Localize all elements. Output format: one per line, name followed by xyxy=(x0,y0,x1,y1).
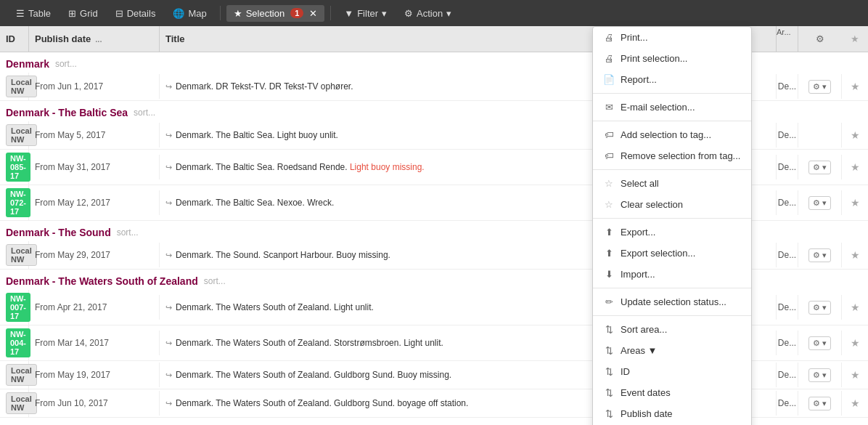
row-star-icon[interactable]: ★ xyxy=(851,161,860,173)
grid-view-btn[interactable]: ⊞ Grid xyxy=(61,5,105,22)
cell-star[interactable]: ★ xyxy=(842,74,868,99)
row-gear-btn[interactable]: ⚙ ▾ xyxy=(808,397,831,410)
menu-item-event-dates[interactable]: ⇅ Event dates xyxy=(593,382,751,403)
menu-item-areas[interactable]: ⇅ Areas ▼ xyxy=(593,340,751,361)
main-content: ID Publish date ... Title Ar... ⚙ ★ Denm… xyxy=(0,26,868,425)
row-gear-btn[interactable]: ⚙ ▾ xyxy=(808,80,831,94)
cell-gear[interactable]: ⚙ ▾ xyxy=(798,74,842,99)
menu-item-clear-selection[interactable]: ☆ Clear selection xyxy=(593,194,751,215)
cell-id: NW-085-17 xyxy=(0,150,29,185)
menu-item-id[interactable]: ⇅ ID xyxy=(593,361,751,382)
row-star-icon[interactable]: ★ xyxy=(851,337,860,349)
cell-star[interactable]: ★ xyxy=(842,295,868,320)
selection-btn[interactable]: ★ Selection 1 ✕ xyxy=(226,5,325,22)
cell-gear[interactable]: ⚙ ▾ xyxy=(798,391,842,416)
badge-nw085: NW-085-17 xyxy=(6,153,30,182)
group-sort-sound[interactable]: sort... xyxy=(117,227,139,238)
badge-nw072: NW-072-17 xyxy=(6,188,30,217)
cell-id: Local NW xyxy=(0,389,29,417)
group-title-denmark[interactable]: Denmark xyxy=(6,58,49,70)
menu-item-report[interactable]: 📄 Report... xyxy=(593,69,751,90)
cell-gear[interactable]: ⚙ ▾ xyxy=(798,295,842,320)
group-title-sound[interactable]: Denmark - The Sound xyxy=(6,227,111,238)
cell-gear[interactable]: ⚙ ▾ xyxy=(798,155,842,179)
row-star-icon[interactable]: ★ xyxy=(851,301,860,313)
row-star-icon[interactable]: ★ xyxy=(851,397,860,409)
row-star-icon[interactable]: ★ xyxy=(851,249,860,261)
cell-id: NW-004-17 xyxy=(0,325,29,360)
cell-area: De... xyxy=(777,331,798,355)
link-icon: ↪ xyxy=(165,163,172,172)
th-area: Ar... xyxy=(777,26,798,52)
cell-star[interactable]: ★ xyxy=(842,155,868,179)
cell-star[interactable]: ★ xyxy=(842,331,868,355)
menu-item-remove-tag[interactable]: 🏷 Remove selection from tag... xyxy=(593,145,751,166)
cell-gear[interactable]: ⚙ ▾ xyxy=(798,243,842,267)
action-btn[interactable]: ⚙ Action ▾ xyxy=(397,5,459,22)
publish-date-icon: ⇅ xyxy=(603,408,615,419)
title-text: Denmark. The Baltic Sea. Light buoy unli… xyxy=(176,130,338,140)
selection-clear-icon[interactable]: ✕ xyxy=(309,8,317,19)
selection-count-badge: 1 xyxy=(290,8,303,18)
cell-area: De... xyxy=(777,391,798,416)
row-gear-btn[interactable]: ⚙ ▾ xyxy=(808,161,831,174)
cell-area: De... xyxy=(777,123,798,147)
menu-item-export[interactable]: ⬆ Export... xyxy=(593,222,751,243)
row-gear-btn[interactable]: ⚙ ▾ xyxy=(808,336,831,350)
cell-gear[interactable]: ⚙ ▾ xyxy=(798,190,842,215)
row-gear-btn[interactable]: ⚙ ▾ xyxy=(808,248,831,262)
menu-item-select-all[interactable]: ☆ Select all xyxy=(593,173,751,194)
export-selection-icon: ⬆ xyxy=(603,248,615,259)
menu-item-print[interactable]: 🖨 Print... xyxy=(593,27,751,48)
th-pubdate[interactable]: Publish date ... xyxy=(29,26,160,52)
cell-id: NW-007-17 xyxy=(0,290,29,325)
cell-id: NW-072-17 xyxy=(0,185,29,220)
menu-item-add-tag[interactable]: 🏷 Add selection to tag... xyxy=(593,124,751,145)
cell-id: Local NW xyxy=(0,361,29,389)
nav-separator-2 xyxy=(330,6,331,20)
menu-item-print-selection[interactable]: 🖨 Print selection... xyxy=(593,48,751,69)
map-view-btn[interactable]: 🌐 Map xyxy=(165,5,213,22)
row-gear-btn[interactable]: ⚙ ▾ xyxy=(808,368,831,382)
gear-icon: ⚙ xyxy=(404,8,413,19)
row-gear-btn[interactable]: ⚙ ▾ xyxy=(808,301,831,315)
menu-sep-4 xyxy=(593,218,751,219)
menu-item-import[interactable]: ⬇ Import... xyxy=(593,264,751,285)
details-view-btn[interactable]: ⊟ Details xyxy=(108,5,163,22)
group-sort-denmark[interactable]: sort... xyxy=(55,59,77,69)
menu-item-update-status[interactable]: ✏ Update selection status... xyxy=(593,291,751,312)
group-sort-waters[interactable]: sort... xyxy=(204,276,226,286)
row-star-icon[interactable]: ★ xyxy=(851,81,860,92)
group-title-baltic[interactable]: Denmark - The Baltic Sea xyxy=(6,107,128,118)
export-icon: ⬆ xyxy=(603,227,615,238)
filter-chevron-icon: ▾ xyxy=(382,8,387,19)
title-text: Denmark. The Waters South of Zealand. Gu… xyxy=(176,370,451,380)
group-sort-baltic[interactable]: sort... xyxy=(134,108,155,118)
cell-star[interactable]: ★ xyxy=(842,123,868,147)
link-icon: ↪ xyxy=(165,251,172,260)
row-star-icon[interactable]: ★ xyxy=(851,129,860,141)
cell-star[interactable]: ★ xyxy=(842,243,868,267)
cell-gear[interactable]: ⚙ ▾ xyxy=(798,363,842,387)
event-dates-icon: ⇅ xyxy=(603,387,615,398)
row-star-icon[interactable]: ★ xyxy=(851,197,860,209)
menu-item-email-selection[interactable]: ✉ E-mail selection... xyxy=(593,97,751,118)
group-title-waters[interactable]: Denmark - The Waters South of Zealand xyxy=(6,275,198,287)
link-icon: ↪ xyxy=(165,371,172,380)
menu-item-export-selection[interactable]: ⬆ Export selection... xyxy=(593,243,751,264)
cell-pubdate: From Jun 10, 2017 xyxy=(29,391,160,416)
cell-area: De... xyxy=(777,190,798,215)
cell-star[interactable]: ★ xyxy=(842,391,868,416)
cell-gear xyxy=(798,123,842,147)
menu-item-sort-area[interactable]: ⇅ Sort area... xyxy=(593,319,751,340)
cell-pubdate: From May 5, 2017 xyxy=(29,123,160,147)
cell-star[interactable]: ★ xyxy=(842,363,868,387)
row-gear-btn[interactable]: ⚙ ▾ xyxy=(808,196,831,210)
cell-star[interactable]: ★ xyxy=(842,190,868,215)
menu-item-publish-date[interactable]: ⇅ Publish date xyxy=(593,403,751,424)
cell-gear[interactable]: ⚙ ▾ xyxy=(798,331,842,355)
filter-btn[interactable]: ▼ Filter ▾ xyxy=(337,5,394,22)
action-chevron-icon: ▾ xyxy=(446,8,451,19)
row-star-icon[interactable]: ★ xyxy=(851,369,860,381)
table-view-btn[interactable]: ☰ Table xyxy=(9,5,58,22)
